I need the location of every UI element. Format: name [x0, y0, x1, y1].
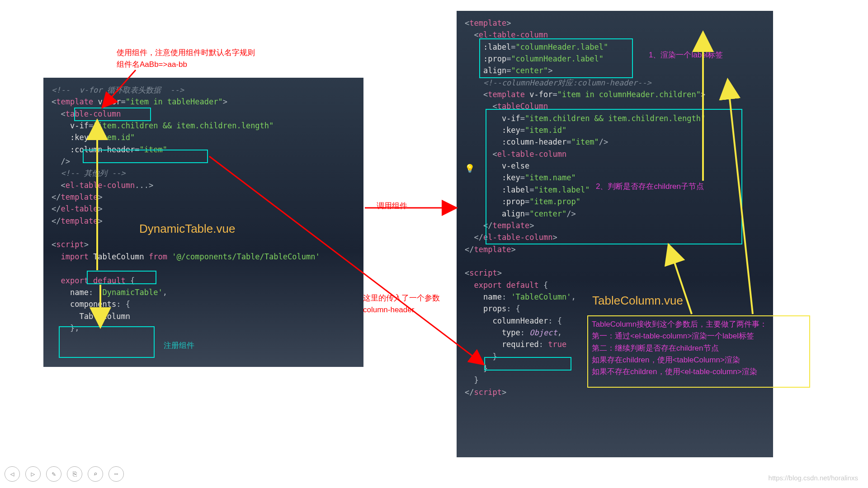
text: 如果存在children，使用<tableColumn>渲染: [592, 356, 740, 364]
code-line: v-if="item.children && item.children.len…: [52, 120, 355, 131]
code-line: align="center"/>: [465, 208, 765, 220]
code-line: </script>: [465, 386, 765, 398]
file-label-right: TableColumn.vue: [592, 294, 683, 308]
code-line: align="center">: [465, 65, 765, 76]
code-line: </el-table>: [52, 203, 355, 215]
annotation-children-check: 2、判断是否存在children子节点: [596, 181, 704, 192]
code-line: </template>: [465, 220, 765, 231]
more-button[interactable]: ⋯: [108, 466, 124, 482]
text: TableColumn接收到这个参数后，主要做了两件事：: [592, 320, 767, 328]
code-line: <el-table-column: [465, 148, 765, 160]
code-panel-table-column: <template> <el-table-column :label="colu…: [457, 11, 773, 457]
toolbar: ◁ ▷ ✎ ⎘ ⌕ ⋯: [5, 466, 124, 482]
pen-icon: ✎: [52, 470, 56, 478]
copy-button[interactable]: ⎘: [67, 466, 82, 482]
code-line: <template v-for="item in tableHeader">: [52, 96, 355, 108]
prev-button[interactable]: ◁: [5, 466, 20, 482]
code-line: />: [52, 155, 355, 167]
annotation-param: 这里的传入了一个参数 column-header: [363, 292, 440, 315]
text: 这里的传入了一个参数: [363, 294, 440, 302]
code-line: name: 'DynamicTable',: [52, 286, 355, 298]
code-line: :column-header="item"/>: [465, 136, 765, 148]
annotation-call-component: 调用组件: [377, 200, 407, 212]
prev-icon: ◁: [10, 470, 14, 478]
text: 组件名AaBb=>aa-bb: [117, 60, 187, 69]
code-line: export default {: [52, 275, 355, 286]
code-line: :prop="item.prop": [465, 196, 765, 207]
lightbulb-icon: 💡: [465, 164, 475, 173]
code-line: v-else: [465, 160, 765, 172]
code-line: },: [52, 322, 355, 334]
code-line: :key="item.id": [52, 131, 355, 143]
code-line: :key="item.id": [465, 124, 765, 136]
text: 第一：通过<el-table-column>渲染一个label标签: [592, 332, 754, 340]
text: 使用组件，注意使用组件时默认名字规则: [117, 48, 255, 57]
code-line: :column-header="item": [52, 144, 355, 155]
code-line: components: {: [52, 298, 355, 310]
more-icon: ⋯: [114, 470, 118, 478]
code-line: <el-table-column...>: [52, 179, 355, 191]
text: 如果不存在children，使用<el-table-column>渲染: [592, 367, 757, 376]
code-line: <template v-for="item in columnHeader.ch…: [465, 89, 765, 100]
text: 第二：继续判断是否存在children节点: [592, 344, 719, 352]
annotation-component-naming: 使用组件，注意使用组件时默认名字规则 组件名AaBb=>aa-bb: [117, 47, 255, 70]
text: column-header: [363, 305, 414, 314]
annotation-render-label: 1、渲染一个label标签: [649, 49, 723, 61]
code-line: <table-column: [52, 108, 355, 120]
copy-icon: ⎘: [73, 470, 77, 478]
code-line: <!-- v-for 循环取表头数据 -->: [52, 84, 355, 96]
code-line: </el-table-column>: [465, 231, 765, 243]
annotation-yellow-explain: TableColumn接收到这个参数后，主要做了两件事： 第一：通过<el-ta…: [592, 319, 809, 378]
code-line: v-if="item.children && item.children.len…: [465, 113, 765, 124]
code-line: <tableColumn: [465, 100, 765, 112]
search-button[interactable]: ⌕: [88, 466, 103, 482]
annotation-register: 注册组件: [164, 340, 194, 352]
search-icon: ⌕: [93, 470, 97, 478]
next-icon: ▷: [31, 470, 35, 478]
code-line: <script>: [465, 267, 765, 279]
code-line: <template>: [465, 17, 765, 29]
code-line: [465, 255, 765, 267]
code-line: [52, 263, 355, 274]
file-label-left: DynamicTable.vue: [139, 222, 235, 236]
code-line: <!-- 其他列 -->: [52, 167, 355, 179]
code-line: <el-table-column: [465, 29, 765, 41]
code-line: <!--columnHeader对应:column-header-->: [465, 77, 765, 89]
code-line: import TableColumn from '@/components/Ta…: [52, 251, 355, 263]
code-line: export default {: [465, 279, 765, 291]
code-line: </template>: [465, 244, 765, 255]
watermark: https://blog.csdn.net/horalinxs: [769, 474, 858, 482]
edit-button[interactable]: ✎: [46, 466, 61, 482]
code-line: TableColumn: [52, 310, 355, 322]
next-button[interactable]: ▷: [25, 466, 41, 482]
code-line: </template>: [52, 191, 355, 203]
code-line: <script>: [52, 239, 355, 250]
